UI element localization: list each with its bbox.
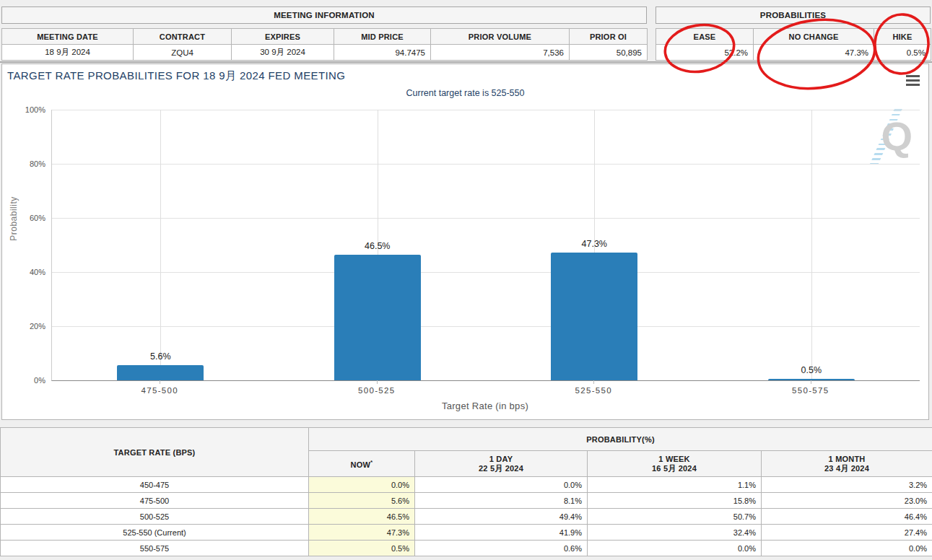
contract-value: ZQU4 (134, 45, 232, 61)
day-cell: 49.4% (415, 509, 588, 525)
rate-cell: 500-525 (1, 509, 309, 525)
month-cell: 27.4% (762, 525, 932, 541)
x-tick-mark (811, 380, 811, 384)
meeting-date-value: 18 9月 2024 (2, 45, 134, 61)
ease-value: 52.2% (656, 45, 754, 61)
category-column: 5.6% (52, 110, 269, 380)
fedwatch-page: { "meeting_information": { "title": "MEE… (0, 0, 932, 560)
table-group-header-row: TARGET RATE (BPS) PROBABILITY(%) (1, 428, 932, 451)
probability-bar[interactable] (551, 253, 637, 380)
day-cell: 0.6% (415, 541, 588, 556)
mid-price-value: 94.7475 (334, 45, 431, 61)
x-tick-label: 475-500 (51, 386, 269, 395)
one-day-column-header: 1 DAY22 5月 2024 (415, 451, 588, 477)
y-tick-label: 40% (12, 268, 45, 276)
meeting-info-header-row: MEETING DATE CONTRACT EXPIRES MID PRICE … (2, 29, 648, 45)
x-tick-label: 550-575 (702, 386, 920, 395)
bar-data-label: 47.3% (582, 239, 607, 249)
week-cell: 50.7% (588, 509, 762, 525)
hike-header: HIKE (874, 29, 931, 45)
rate-probability-table: TARGET RATE (BPS) PROBABILITY(%) NOW* 1 … (0, 427, 932, 556)
probability-bar[interactable] (117, 365, 204, 380)
probability-group-header: PROBABILITY(%) (309, 428, 932, 451)
y-tick-label: 60% (12, 214, 45, 222)
rate-cell: 525-550 (Current) (1, 525, 309, 541)
expires-value: 30 9月 2024 (232, 45, 334, 61)
now-cell: 5.6% (309, 493, 415, 509)
table-row: 525-550 (Current) 47.3% 41.9% 32.4% 27.4… (1, 525, 932, 541)
x-tick-label: 525-550 (485, 386, 702, 395)
probabilities-value-row: 52.2% 47.3% 0.5% (656, 45, 931, 61)
now-column-header: NOW* (309, 451, 415, 477)
table-row: 550-575 0.5% 0.6% 0.0% 0.0% (1, 541, 932, 556)
x-gridline (160, 110, 161, 380)
probabilities-title: PROBABILITIES (656, 6, 931, 24)
mid-price-header: MID PRICE (334, 29, 431, 45)
prior-oi-header: PRIOR OI (570, 29, 648, 45)
hamburger-icon (906, 75, 920, 77)
rate-cell: 450-475 (1, 477, 309, 493)
x-axis-label: Target Rate (in bps) (51, 401, 919, 411)
expires-header: EXPIRES (232, 29, 334, 45)
bar-data-label: 5.6% (150, 351, 171, 362)
y-tick-label: 0% (12, 376, 45, 385)
y-tick-label: 100% (12, 105, 45, 114)
hamburger-icon (906, 79, 920, 82)
day-cell: 8.1% (415, 493, 588, 509)
table-row: 500-525 46.5% 49.4% 50.7% 46.4% (1, 509, 932, 525)
probabilities-table: EASE NO CHANGE HIKE 52.2% 47.3% 0.5% (656, 28, 931, 61)
month-cell: 46.4% (762, 509, 932, 525)
now-cell: 46.5% (309, 509, 415, 525)
probability-bar[interactable] (768, 379, 855, 380)
contract-header: CONTRACT (134, 29, 232, 45)
x-gridline (811, 110, 812, 380)
target-rate-bps-header: TARGET RATE (BPS) (1, 428, 309, 477)
now-cell: 0.5% (309, 541, 415, 556)
prior-volume-header: PRIOR VOLUME (431, 29, 570, 45)
category-column: 46.5% (269, 110, 487, 380)
no-change-value: 47.3% (754, 45, 874, 61)
week-cell: 1.1% (588, 477, 762, 493)
probabilities-header-row: EASE NO CHANGE HIKE (656, 29, 931, 45)
prior-volume-value: 7,536 (431, 45, 570, 61)
prior-oi-value: 50,895 (570, 45, 648, 61)
plot-area: 0%20%40%60%80%100%5.6%46.5%47.3%0.5% (51, 110, 920, 381)
month-cell: 3.2% (762, 477, 932, 493)
category-columns: 5.6%46.5%47.3%0.5% (52, 110, 920, 380)
week-cell: 32.4% (588, 525, 762, 541)
month-cell: 0.0% (762, 541, 932, 556)
category-column: 0.5% (703, 110, 920, 380)
hamburger-icon (906, 84, 920, 86)
hike-value: 0.5% (874, 45, 931, 61)
week-cell: 15.8% (588, 493, 762, 509)
x-tick-mark (160, 380, 160, 384)
x-tick-row: 475-500500-525525-550550-575 (51, 386, 919, 395)
meeting-info-table: MEETING DATE CONTRACT EXPIRES MID PRICE … (1, 28, 648, 61)
chart-menu-button[interactable] (906, 75, 920, 86)
y-tick-label: 80% (12, 159, 45, 168)
bar-data-label: 0.5% (801, 365, 822, 375)
now-cell: 0.0% (309, 477, 415, 493)
day-cell: 41.9% (415, 525, 588, 541)
meeting-info-title: MEETING INFORMATION (1, 6, 647, 24)
probability-bar[interactable] (334, 255, 421, 380)
meeting-date-header: MEETING DATE (2, 29, 134, 45)
one-week-column-header: 1 WEEK16 5月 2024 (588, 451, 762, 477)
rate-cell: 550-575 (1, 541, 309, 556)
x-tick-mark (593, 380, 594, 384)
rate-cell: 475-500 (1, 493, 309, 509)
bar-data-label: 46.5% (365, 241, 390, 251)
chart-panel: TARGET RATE PROBABILITIES FOR 18 9月 2024… (1, 64, 929, 420)
ease-header: EASE (656, 29, 754, 45)
x-tick-label: 500-525 (269, 386, 486, 395)
no-change-header: NO CHANGE (754, 29, 874, 45)
y-tick-label: 20% (12, 322, 45, 331)
chart-title: TARGET RATE PROBABILITIES FOR 18 9月 2024… (7, 69, 345, 83)
horizontal-divider (0, 61, 932, 63)
week-cell: 0.0% (588, 541, 762, 556)
category-column: 47.3% (486, 110, 703, 380)
table-row: 450-475 0.0% 0.0% 1.1% 3.2% (1, 477, 932, 493)
x-tick-mark (377, 380, 378, 384)
day-cell: 0.0% (415, 477, 588, 493)
chart-subtitle: Current target rate is 525-550 (2, 88, 928, 98)
